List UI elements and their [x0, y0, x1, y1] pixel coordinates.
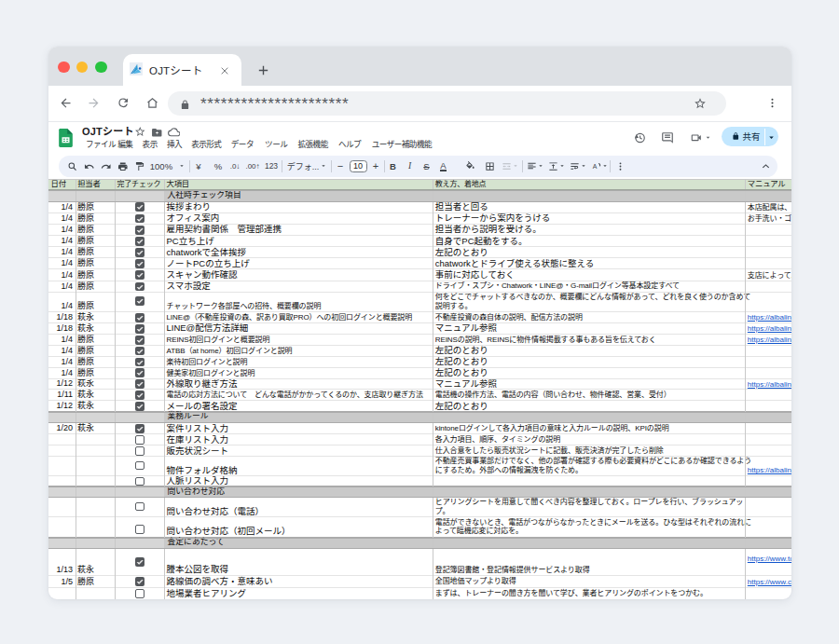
- svg-text:A: A: [592, 163, 597, 170]
